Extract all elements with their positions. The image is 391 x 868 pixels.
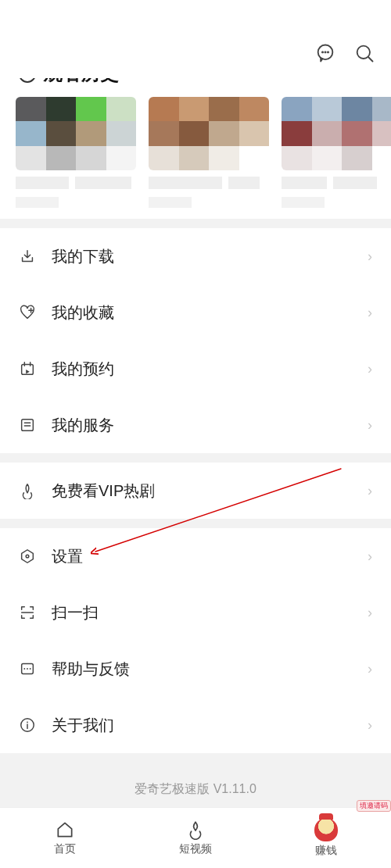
menu-label: 我的下载 (52, 246, 368, 267)
tab-label: 赚钱 (315, 844, 337, 858)
svg-point-14 (27, 721, 28, 723)
chevron-right-icon: › (368, 717, 372, 734)
svg-rect-5 (22, 365, 34, 375)
vip_free-icon (19, 482, 36, 499)
tabbar: 首页 短视频 填邀请码 赚钱 (0, 807, 391, 868)
menu-row-vip_free[interactable]: 免费看VIP热剧› (0, 463, 391, 519)
svg-marker-7 (22, 550, 34, 563)
chat-icon[interactable] (314, 42, 336, 67)
money-bag-icon (314, 818, 338, 841)
chevron-right-icon: › (368, 248, 372, 265)
svg-point-8 (26, 555, 29, 558)
tab-label: 短视频 (179, 842, 212, 856)
menu-label: 免费看VIP热剧 (52, 480, 368, 502)
menu-row-download[interactable]: 我的下载› (0, 228, 391, 284)
menu-label: 设置 (52, 546, 368, 567)
chevron-right-icon: › (368, 361, 372, 377)
download-icon (19, 248, 36, 265)
about-icon (19, 716, 36, 734)
tab-label: 首页 (54, 842, 76, 856)
reservation-icon (19, 360, 36, 377)
svg-point-11 (27, 668, 28, 670)
settings-icon (19, 548, 36, 565)
chevron-right-icon: › (368, 305, 372, 321)
menu-row-help[interactable]: 帮助与反馈› (0, 641, 391, 697)
history-item[interactable] (282, 97, 391, 208)
history-item[interactable] (16, 97, 136, 208)
help-icon (19, 660, 36, 677)
service-icon (19, 416, 36, 434)
chevron-right-icon: › (368, 661, 372, 677)
svg-point-10 (23, 668, 25, 670)
menu-label: 帮助与反馈 (52, 659, 368, 680)
menu-row-favorite[interactable]: 我的收藏› (0, 284, 391, 341)
chevron-right-icon: › (368, 605, 372, 621)
svg-point-1 (322, 52, 323, 52)
menu-row-about[interactable]: 关于我们› (0, 697, 391, 753)
svg-point-2 (325, 52, 325, 52)
menu-label: 关于我们 (52, 715, 368, 736)
history-thumbnails (0, 89, 391, 219)
earn-tag: 填邀请码 (357, 800, 391, 812)
favorite-icon (19, 304, 36, 321)
tab-earn[interactable]: 填邀请码 赚钱 (260, 808, 391, 868)
menu-label: 我的预约 (52, 359, 368, 380)
svg-rect-6 (22, 420, 34, 431)
menu-row-settings[interactable]: 设置› (0, 528, 391, 584)
svg-point-12 (30, 668, 31, 670)
scan-icon (19, 604, 36, 621)
search-icon[interactable] (353, 42, 375, 67)
chevron-right-icon: › (368, 548, 372, 565)
menu-label: 我的服务 (52, 415, 368, 436)
menu-label: 我的收藏 (52, 302, 368, 323)
section-header: 观看历史 (0, 78, 391, 89)
svg-point-3 (328, 52, 328, 52)
menu-row-reservation[interactable]: 我的预约› (0, 341, 391, 397)
clock-icon (19, 78, 36, 83)
svg-point-4 (357, 46, 370, 59)
menu-row-scan[interactable]: 扫一扫› (0, 584, 391, 641)
tab-home[interactable]: 首页 (0, 808, 131, 868)
history-item[interactable] (149, 97, 269, 208)
chevron-right-icon: › (368, 417, 372, 434)
menu-row-service[interactable]: 我的服务› (0, 397, 391, 453)
menu-label: 扫一扫 (52, 602, 368, 623)
tab-short-video[interactable]: 短视频 (131, 808, 261, 868)
chevron-right-icon: › (368, 483, 372, 499)
